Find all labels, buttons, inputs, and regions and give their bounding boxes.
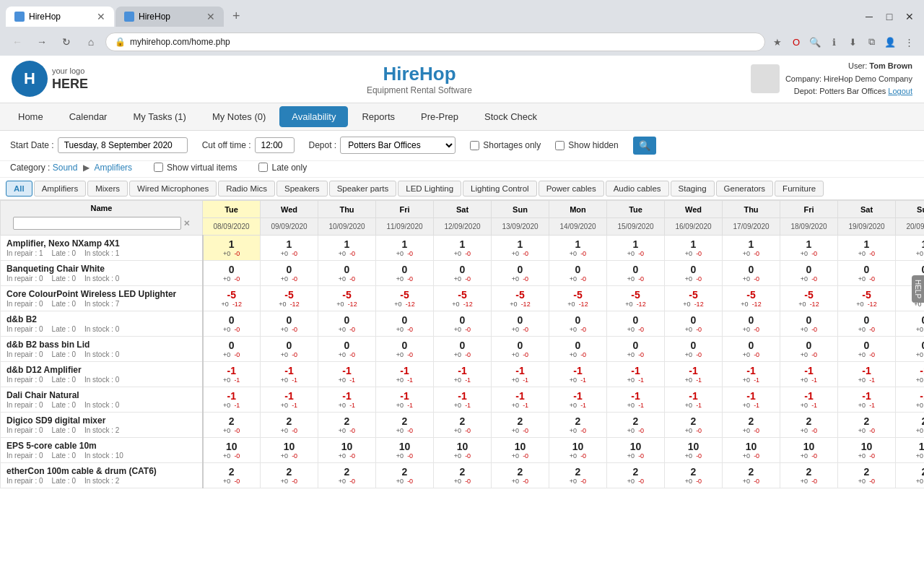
start-date-input[interactable] (58, 137, 188, 153)
value-cell[interactable]: 2 +0 -0 (434, 412, 492, 437)
value-cell[interactable]: 0 +0 -0 (203, 311, 261, 336)
nav-tab-stockcheck[interactable]: Stock Check (472, 106, 549, 127)
item-name-cell[interactable]: etherCon 100m cable & drum (CAT6) In rep… (1, 462, 203, 488)
clear-search-button[interactable]: ✕ (183, 219, 190, 228)
value-cell[interactable]: 10 +0 -0 (492, 437, 549, 462)
tab-2[interactable]: HireHop ✕ (116, 7, 224, 27)
value-cell[interactable]: -5 +0 -12 (203, 285, 261, 311)
value-cell[interactable]: 0 +0 -0 (780, 336, 838, 361)
value-cell[interactable]: 0 +0 -0 (203, 260, 261, 285)
value-cell[interactable]: 10 +0 -0 (607, 437, 665, 462)
item-name-cell[interactable]: Banqueting Chair White In repair : 0 Lat… (1, 260, 203, 285)
forward-button[interactable]: → (32, 32, 52, 52)
value-cell[interactable]: -1 +0 -1 (723, 387, 780, 412)
value-cell[interactable]: 2 +0 -0 (318, 462, 376, 488)
value-cell[interactable]: 0 +0 -0 (723, 311, 780, 336)
value-cell[interactable]: -5 +0 -12 (376, 285, 434, 311)
value-cell[interactable]: 0 +0 -0 (723, 336, 780, 361)
value-cell[interactable]: 1 +0 -0 (376, 235, 434, 260)
name-search-input[interactable] (13, 217, 181, 230)
value-cell[interactable]: -5 +0 -12 (318, 285, 376, 311)
value-cell[interactable]: 2 +0 -0 (896, 412, 925, 437)
search-button[interactable]: 🔍 (633, 137, 656, 155)
value-cell[interactable]: 0 +0 -0 (492, 260, 549, 285)
value-cell[interactable]: 10 +0 -0 (665, 437, 723, 462)
value-cell[interactable]: 1 +0 -0 (723, 235, 780, 260)
nav-tab-preprep[interactable]: Pre-Prep (409, 106, 471, 127)
item-name-cell[interactable]: Digico SD9 digital mixer In repair : 0 L… (1, 412, 203, 437)
item-name-cell[interactable]: d&b D12 Amplifier In repair : 0 Late : 0… (1, 361, 203, 387)
close-button[interactable]: ✕ (901, 8, 918, 25)
value-cell[interactable]: 10 +0 -0 (549, 437, 607, 462)
value-cell[interactable]: 1 +0 -0 (607, 235, 665, 260)
value-cell[interactable]: -1 +0 -1 (723, 361, 780, 387)
value-cell[interactable]: 0 +0 -0 (492, 311, 549, 336)
value-cell[interactable]: 2 +0 -0 (492, 412, 549, 437)
value-cell[interactable]: 0 +0 -0 (838, 260, 896, 285)
value-cell[interactable]: -1 +0 -1 (318, 387, 376, 412)
cat-tab-mixers[interactable]: Mixers (87, 181, 128, 197)
value-cell[interactable]: -1 +0 -1 (780, 361, 838, 387)
value-cell[interactable]: 1 +0 -0 (838, 235, 896, 260)
value-cell[interactable]: 0 +0 -0 (434, 260, 492, 285)
value-cell[interactable]: 0 +0 -0 (896, 336, 925, 361)
value-cell[interactable]: 2 +0 -0 (723, 462, 780, 488)
value-cell[interactable]: -5 +0 -12 (492, 285, 549, 311)
show-hidden-checkbox[interactable] (555, 141, 565, 150)
cat-tab-furniture[interactable]: Furniture (775, 181, 824, 197)
info-icon[interactable]: ℹ (826, 34, 842, 50)
value-cell[interactable]: -5 +0 -12 (434, 285, 492, 311)
value-cell[interactable]: 1 +0 -0 (780, 235, 838, 260)
value-cell[interactable]: 0 +0 -0 (203, 336, 261, 361)
back-button[interactable]: ← (7, 32, 27, 52)
value-cell[interactable]: 0 +0 -0 (261, 311, 318, 336)
value-cell[interactable]: 10 +0 -0 (203, 437, 261, 462)
opera-icon[interactable]: O (788, 34, 804, 50)
value-cell[interactable]: -1 +0 -1 (492, 387, 549, 412)
value-cell[interactable]: 2 +0 -0 (492, 462, 549, 488)
value-cell[interactable]: 2 +0 -0 (838, 462, 896, 488)
cat-tab-amplifiers[interactable]: Amplifiers (34, 181, 86, 197)
value-cell[interactable]: 2 +0 -0 (203, 412, 261, 437)
value-cell[interactable]: 2 +0 -0 (896, 462, 925, 488)
value-cell[interactable]: -1 +0 -1 (434, 387, 492, 412)
value-cell[interactable]: 0 +0 -0 (665, 336, 723, 361)
value-cell[interactable]: -1 +0 -1 (665, 387, 723, 412)
refresh-button[interactable]: ↻ (56, 32, 77, 52)
value-cell[interactable]: 0 +0 -0 (492, 336, 549, 361)
value-cell[interactable]: 0 +0 -0 (665, 260, 723, 285)
value-cell[interactable]: 0 +0 -0 (549, 260, 607, 285)
extensions-icon[interactable]: ⧉ (863, 34, 879, 50)
cat-tab-led[interactable]: LED Lighting (398, 181, 461, 197)
value-cell[interactable]: 2 +0 -0 (203, 462, 261, 488)
item-name-cell[interactable]: EPS 5-core cable 10m In repair : 0 Late … (1, 437, 203, 462)
value-cell[interactable]: -1 +0 -1 (203, 387, 261, 412)
value-cell[interactable]: 2 +0 -0 (318, 412, 376, 437)
late-only-checkbox[interactable] (258, 163, 268, 172)
value-cell[interactable]: -1 +0 -1 (607, 361, 665, 387)
value-cell[interactable]: 0 +0 -0 (838, 311, 896, 336)
value-cell[interactable]: 1 +0 -0 (665, 235, 723, 260)
tab-2-close[interactable]: ✕ (206, 11, 215, 22)
item-name-cell[interactable]: d&b B2 In repair : 0 Late : 0 In stock :… (1, 311, 203, 336)
value-cell[interactable]: 1 +0 -0 (549, 235, 607, 260)
cat-tab-wired-mics[interactable]: Wired Microphones (129, 181, 217, 197)
tab-1[interactable]: HireHop ✕ (6, 7, 114, 27)
value-cell[interactable]: 2 +0 -0 (607, 412, 665, 437)
value-cell[interactable]: 10 +0 -0 (261, 437, 318, 462)
value-cell[interactable]: -5 +0 -12 (607, 285, 665, 311)
value-cell[interactable]: -1 +0 -1 (492, 361, 549, 387)
maximize-button[interactable]: □ (881, 8, 898, 25)
value-cell[interactable]: -1 +0 -1 (434, 361, 492, 387)
value-cell[interactable]: 2 +0 -0 (665, 462, 723, 488)
item-name-cell[interactable]: Dali Chair Natural In repair : 0 Late : … (1, 387, 203, 412)
value-cell[interactable]: -1 +0 -1 (549, 361, 607, 387)
value-cell[interactable]: -1 +0 -1 (261, 361, 318, 387)
cat-tab-speakers[interactable]: Speakers (276, 181, 328, 197)
value-cell[interactable]: -5 +0 -12 (549, 285, 607, 311)
cat-tab-staging[interactable]: Staging (671, 181, 715, 197)
value-cell[interactable]: 2 +0 -0 (376, 462, 434, 488)
value-cell[interactable]: 0 +0 -0 (549, 311, 607, 336)
value-cell[interactable]: 2 +0 -0 (665, 412, 723, 437)
value-cell[interactable]: 2 +0 -0 (723, 412, 780, 437)
